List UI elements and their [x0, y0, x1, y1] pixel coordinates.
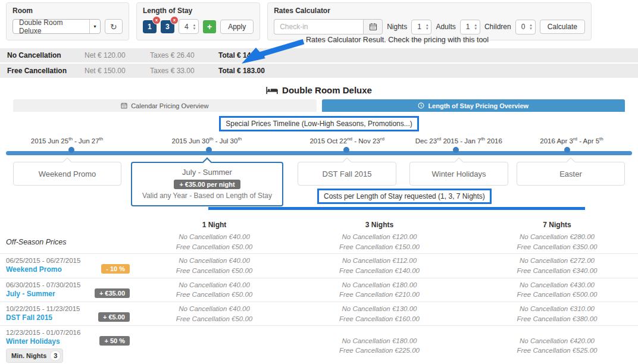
discount-badge: - 10 %	[101, 264, 130, 274]
table-row-dst-fall: 10/22/2015 - 11/23/2015 DST Fall 2015 + …	[0, 302, 638, 326]
rate-result-row: Free Cancellation Net € 150.00 Taxes € 3…	[0, 64, 638, 78]
timeline-dates: 2015 Jun 25th - Jun 27th 2015 Jun 30th -…	[0, 136, 638, 146]
spin-down-icon[interactable]: ▾	[426, 27, 429, 30]
apply-button[interactable]: Apply	[220, 20, 254, 34]
price-free-cancellation: Free Cancellation €525.00	[517, 346, 598, 356]
price-free-cancellation: Free Cancellation €380.00	[517, 314, 598, 324]
price-no-cancellation: No Cancellation €40.00	[179, 256, 250, 266]
length-of-stay-chip-3[interactable]: 3 x	[161, 20, 174, 33]
length-of-stay-chip-1[interactable]: 1 x	[143, 20, 157, 33]
room-panel: Room Double Room Deluxe ▼ ↻	[6, 2, 129, 40]
calculate-button[interactable]: Calculate	[540, 20, 585, 34]
stepper-arrows[interactable]: ▴▾	[530, 23, 532, 30]
stepper-value: 1	[466, 23, 470, 31]
calendar-icon	[369, 23, 377, 31]
period-box-july-summer: July - Summer + €35.00 per night Valid a…	[131, 162, 283, 206]
timeline-node-dst-fall[interactable]	[343, 147, 349, 153]
period-box-easter: Easter	[517, 162, 625, 186]
refresh-button[interactable]: ↻	[105, 19, 123, 34]
remove-chip-icon[interactable]: x	[152, 16, 161, 24]
column-header: 1 Night	[146, 219, 283, 230]
price-free-cancellation: Free Cancellation €225.00	[339, 346, 420, 356]
price-free-cancellation: Free Cancellation €160.00	[339, 314, 420, 324]
stepper-arrows[interactable]: ▴▾	[193, 23, 196, 30]
stepper-arrows[interactable]: ▴▾	[474, 23, 477, 30]
nights-stepper[interactable]: 1 ▴▾	[411, 20, 431, 34]
stepper-arrows[interactable]: ▴▾	[426, 23, 429, 30]
rates-result: No Cancellation Net € 120.00 Taxes € 26.…	[0, 48, 638, 78]
children-label: Children	[484, 23, 511, 31]
checkin-input[interactable]	[274, 19, 363, 34]
remove-chip-icon[interactable]: x	[170, 16, 179, 24]
period-name: Winter Holidays	[431, 170, 486, 178]
period-note: Valid any Year - Based on Length of Stay	[142, 192, 272, 200]
rate-net: Net € 150.00	[85, 67, 150, 75]
spin-down-icon[interactable]: ▾	[474, 27, 477, 30]
room-panel-label: Room	[12, 7, 123, 15]
tab-length-of-stay-pricing-overview[interactable]: Length of Stay Pricing Overview	[322, 99, 626, 112]
stepper-value: 1	[417, 23, 421, 31]
period-name: DST Fall 2015	[323, 170, 372, 178]
timeline-node-july-summer[interactable]	[206, 147, 212, 153]
length-of-stay-stepper[interactable]: 4 ▴▾	[179, 19, 199, 34]
spin-down-icon[interactable]: ▾	[193, 27, 196, 30]
room-title-text: Double Room Deluxe	[282, 85, 372, 95]
room-title: Double Room Deluxe	[0, 85, 638, 95]
timeline-bar	[6, 151, 632, 155]
pricing-tabs: Calendar Pricing Overview Length of Stay…	[0, 99, 638, 112]
add-length-of-stay-button[interactable]: +	[203, 20, 216, 33]
tab-label: Calendar Pricing Overview	[131, 102, 208, 109]
price-free-cancellation: Free Cancellation €50.00	[176, 314, 253, 324]
price-no-cancellation: No Cancellation €310.00	[520, 304, 595, 314]
rate-name: No Cancellation	[7, 51, 85, 59]
price-free-cancellation: Free Cancellation €500.00	[517, 290, 598, 300]
min-nights-value: 3	[50, 350, 61, 361]
length-of-stay-panel: Length of Stay 1 x 3 x 4 ▴▾ + Apply	[136, 2, 260, 40]
period-price-badge: + €35.00 per night	[174, 180, 240, 189]
price-no-cancellation: No Cancellation €280.00	[520, 232, 595, 242]
room-select-value: Double Room Deluxe	[13, 18, 89, 35]
chip-value: 3	[165, 23, 170, 31]
rates-calculator-label: Rates Calculator	[274, 7, 585, 15]
price-no-cancellation: No Cancellation €180.00	[342, 336, 417, 346]
adults-stepper[interactable]: 1 ▴▾	[460, 20, 480, 34]
table-row-weekend-promo: 06/25/2015 - 06/27/2015 Weekend Promo - …	[0, 254, 638, 278]
price-free-cancellation: Free Cancellation €210.00	[339, 290, 420, 300]
period-dates: 2016 Apr 3rd - Apr 5th	[540, 136, 603, 145]
price-no-cancellation: No Cancellation €112.00	[342, 256, 417, 266]
calendar-icon	[121, 102, 127, 109]
price-no-cancellation: No Cancellation €180.00	[342, 280, 417, 290]
bed-icon	[266, 86, 278, 95]
dropdown-arrow-icon: ▼	[89, 20, 100, 33]
costs-annotation: Costs per Length of Stay requested (1, 3…	[317, 189, 492, 204]
price-no-cancellation: No Cancellation €120.00	[342, 232, 417, 242]
toolbar: Room Double Room Deluxe ▼ ↻ Length of St…	[0, 0, 638, 40]
price-no-cancellation: No Cancellation €40.00	[179, 304, 250, 314]
period-dates: 2015 Jun 25th - Jun 27th	[31, 136, 103, 145]
rate-name: Free Cancellation	[7, 67, 85, 75]
rate-total: Total € 146.40	[218, 51, 337, 59]
min-nights-pill: Min. Nights 3	[6, 349, 63, 363]
surcharge-badge: + 50 %	[99, 336, 130, 346]
checkin-calendar-button[interactable]	[363, 19, 383, 34]
min-nights-label: Min. Nights	[11, 352, 46, 359]
timeline-period-boxes: Weekend Promo July - Summer + €35.00 per…	[0, 162, 638, 213]
period-box-winter-holidays: Winter Holidays	[409, 162, 508, 186]
price-no-cancellation: No Cancellation €130.00	[342, 304, 417, 314]
tab-calendar-pricing-overview[interactable]: Calendar Pricing Overview	[13, 99, 317, 112]
timeline-annotation: Special Prices Timeline (Low-High Season…	[219, 116, 418, 131]
nights-label: Nights	[387, 23, 407, 31]
chip-value: 1	[148, 23, 152, 31]
rate-taxes: Taxes € 26.40	[150, 51, 218, 59]
children-stepper[interactable]: 0 ▴▾	[515, 20, 536, 34]
timeline-node-weekend-promo[interactable]	[68, 147, 74, 153]
clock-icon	[418, 102, 424, 109]
rate-taxes: Taxes € 33.00	[150, 67, 218, 75]
spin-down-icon[interactable]: ▾	[530, 27, 532, 30]
stepper-value: 0	[521, 23, 526, 31]
timeline-node-easter[interactable]	[564, 147, 570, 153]
rate-net: Net € 120.00	[85, 51, 150, 59]
timeline-node-winter-holidays[interactable]	[453, 147, 459, 153]
price-no-cancellation: No Cancellation €40.00	[179, 280, 250, 290]
room-select[interactable]: Double Room Deluxe ▼	[12, 19, 101, 34]
